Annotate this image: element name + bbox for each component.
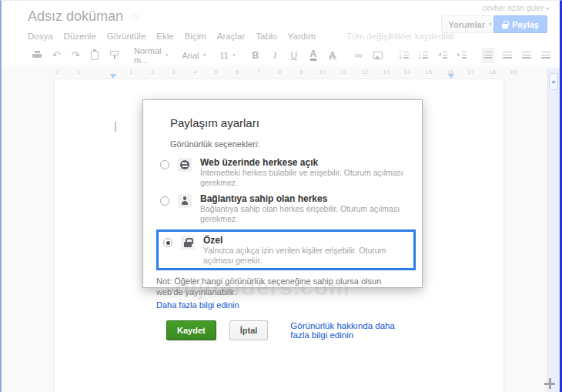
highlight-annotation-box: Özel Yalnızca açıkça izin verilen kişile… [156, 230, 416, 270]
option-text: Web üzerinde herkese açık İnternetteki h… [200, 157, 403, 188]
radio-private[interactable] [163, 238, 172, 247]
cancel-button[interactable]: İptal [229, 320, 269, 340]
option-label: Web üzerinde herkese açık [200, 157, 403, 168]
scroll-up-button[interactable] [549, 73, 558, 90]
radio-public[interactable] [160, 160, 169, 169]
move-handle-icon [544, 378, 555, 389]
dialog-subtitle: Görünürlük seçenekleri: [170, 139, 403, 149]
visibility-option-anyone-with-link[interactable]: Bağlantıya sahip olan herkes Bağlantıya … [160, 193, 403, 224]
visibility-help-link[interactable]: Görünürlük hakkında daha fazla bilgi edi… [290, 321, 403, 340]
lock-icon [181, 236, 195, 250]
link-person-icon [178, 194, 192, 208]
option-label: Bağlantıya sahip olan herkes [200, 193, 403, 204]
option-description: Yalnızca açıkça izin verilen kişiler eri… [203, 246, 409, 266]
option-label: Özel [203, 235, 409, 246]
dialog-title: Paylaşım ayarları [170, 116, 403, 129]
save-button[interactable]: Kaydet [166, 320, 216, 340]
visibility-option-public[interactable]: Web üzerinde herkese açık İnternetteki h… [160, 157, 403, 188]
globe-icon [178, 158, 192, 172]
sharing-settings-dialog: Paylaşım ayarları Görünürlük seçenekleri… [142, 99, 423, 288]
option-text: Özel Yalnızca açıkça izin verilen kişile… [203, 235, 409, 266]
watermark-text: dijitalders.com [176, 274, 350, 300]
option-description: İnternetteki herkes bulabilir ve erişebi… [200, 168, 403, 188]
dialog-actions: Kaydet İptal Görünürlük hakkında daha fa… [166, 320, 403, 340]
option-description: Bağlantıya sahip olan herkes erişebilir.… [200, 204, 403, 224]
vertical-scrollbar[interactable] [547, 69, 560, 392]
radio-anyone-with-link[interactable] [160, 196, 169, 206]
option-text: Bağlantıya sahip olan herkes Bağlantıya … [200, 193, 403, 224]
google-docs-window: cevher ozan güler▾ Adsız doküman ☆ Yorum… [0, 0, 562, 392]
learn-more-link[interactable]: Daha fazla bilgi edinin [156, 300, 239, 310]
visibility-option-private[interactable]: Özel Yalnızca açıkça izin verilen kişile… [163, 235, 409, 266]
